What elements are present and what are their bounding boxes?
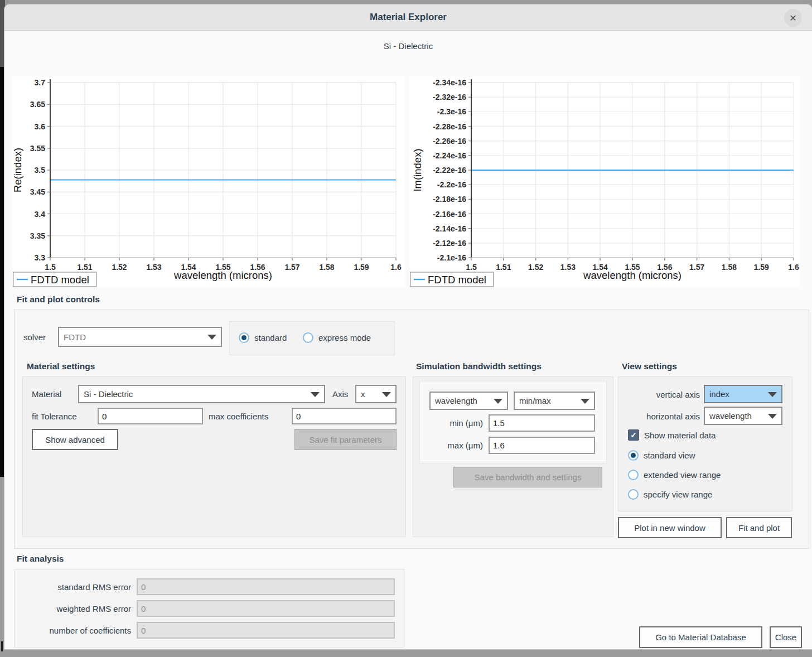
bandwidth-range-mode-dropdown[interactable]: min/max [514, 392, 595, 410]
svg-text:1.52: 1.52 [112, 263, 127, 272]
standard-rms-error-label: standard RMS error [14, 582, 131, 592]
bandwidth-range-mode-value: min/max [519, 396, 551, 405]
radio-extended-view-range[interactable]: extended view range [628, 470, 721, 480]
max-um-input[interactable]: 1.6 [489, 437, 595, 454]
axis-dropdown-value: x [361, 389, 365, 399]
fit-tolerance-input[interactable]: 0 [98, 408, 203, 424]
svg-text:Re(index): Re(index) [13, 148, 23, 192]
radio-standard[interactable]: standard [239, 332, 287, 343]
svg-text:3.4: 3.4 [35, 210, 46, 219]
save-bandwidth-button[interactable]: Save bandwidth and settings [453, 467, 602, 487]
axis-dropdown[interactable]: x [355, 385, 397, 403]
radio-express-mode-label: express mode [318, 333, 371, 342]
svg-text:1.59: 1.59 [354, 263, 369, 272]
close-button[interactable]: Close [770, 626, 802, 648]
material-label: Material [32, 389, 61, 399]
vertical-axis-dropdown[interactable]: index [704, 385, 782, 403]
weighted-rms-error-label: weighted RMS error [14, 604, 131, 613]
radio-express-mode[interactable]: express mode [303, 332, 371, 343]
plot-in-new-window-button[interactable]: Plot in new window [618, 517, 722, 538]
fit-and-plot-controls-header: Fit and plot controls [17, 294, 100, 305]
radio-icon [239, 332, 249, 343]
standard-rms-error-input: 0 [137, 578, 395, 595]
svg-text:3.3: 3.3 [35, 253, 46, 262]
svg-text:-2.32e-16: -2.32e-16 [433, 93, 466, 102]
svg-text:-2.28e-16: -2.28e-16 [433, 122, 466, 131]
max-um-label: max (μm) [429, 441, 483, 450]
svg-text:1.58: 1.58 [722, 263, 737, 272]
close-icon[interactable]: ✕ [784, 9, 802, 27]
svg-text:1.57: 1.57 [284, 263, 299, 272]
show-material-data-checkbox[interactable]: ✓ Show material data [628, 429, 716, 441]
svg-text:1.52: 1.52 [528, 263, 543, 272]
svg-text:-2.18e-16: -2.18e-16 [433, 195, 466, 204]
radio-extended-view-range-label: extended view range [644, 470, 721, 480]
radio-icon [628, 489, 639, 500]
radio-standard-view[interactable]: standard view [628, 450, 695, 461]
weighted-rms-error-input: 0 [137, 600, 395, 617]
solver-label: solver [23, 332, 46, 342]
bandwidth-quantity-value: wavelength [435, 396, 477, 405]
solver-dropdown[interactable]: FDTD [58, 327, 222, 347]
svg-text:-2.3e-16: -2.3e-16 [437, 107, 466, 116]
chevron-down-icon [494, 399, 502, 404]
bandwidth-settings-header: Simulation bandwidth settings [416, 361, 542, 371]
material-settings-header: Material settings [27, 361, 95, 371]
svg-text:-2.1e-16: -2.1e-16 [437, 253, 466, 262]
svg-text:3.5: 3.5 [35, 166, 46, 175]
svg-text:-2.26e-16: -2.26e-16 [433, 137, 466, 146]
svg-text:Im(index): Im(index) [412, 148, 423, 191]
radio-specify-view-range[interactable]: specify view range [628, 489, 712, 500]
show-material-data-label: Show material data [644, 431, 716, 440]
re-index-chart: 3.73.653.63.553.53.453.43.353.31.51.511.… [13, 76, 405, 287]
radio-icon [628, 450, 639, 461]
svg-text:-2.34e-16: -2.34e-16 [433, 78, 466, 87]
svg-text:wavelength (microns): wavelength (microns) [583, 269, 682, 281]
radio-icon [303, 332, 313, 343]
max-coefficients-label: max coefficients [209, 412, 268, 421]
svg-text:wavelength (microns): wavelength (microns) [173, 269, 272, 281]
horizontal-axis-dropdown[interactable]: wavelength [704, 407, 782, 425]
material-subtitle: Si - Dielectric [4, 41, 812, 51]
number-of-coefficients-input: 0 [137, 622, 395, 639]
svg-text:1.57: 1.57 [689, 263, 704, 272]
svg-text:1.5: 1.5 [45, 263, 56, 272]
svg-text:1.53: 1.53 [146, 263, 161, 272]
chevron-down-icon [207, 335, 216, 340]
fit-and-plot-button[interactable]: Fit and plot [726, 517, 792, 538]
svg-text:3.45: 3.45 [30, 187, 45, 196]
chevron-down-icon [581, 399, 589, 404]
radio-icon [628, 470, 639, 480]
max-coefficients-input[interactable]: 0 [292, 408, 397, 424]
svg-text:-2.16e-16: -2.16e-16 [433, 210, 466, 219]
svg-text:-2.2e-16: -2.2e-16 [437, 180, 466, 189]
svg-text:-2.12e-16: -2.12e-16 [433, 239, 466, 248]
svg-text:-2.14e-16: -2.14e-16 [433, 224, 466, 233]
svg-text:3.65: 3.65 [30, 100, 45, 109]
background-app-glyph [1, 641, 3, 651]
title-bar: Material Explorer [4, 4, 812, 31]
svg-text:1.53: 1.53 [560, 263, 576, 272]
fit-analysis-header: Fit analysis [17, 554, 64, 564]
re-index-chart-panel: 3.73.653.63.553.53.453.43.353.31.51.511.… [13, 76, 405, 287]
number-of-coefficients-label: number of coefficients [14, 626, 131, 635]
vertical-axis-value: index [709, 389, 729, 399]
chevron-down-icon [311, 392, 320, 397]
min-um-input[interactable]: 1.5 [489, 414, 595, 432]
svg-text:3.55: 3.55 [30, 144, 45, 153]
view-settings-header: View settings [622, 361, 677, 371]
svg-text:-2.22e-16: -2.22e-16 [433, 166, 466, 175]
save-fit-parameters-button[interactable]: Save fit parameters [294, 429, 397, 450]
bandwidth-quantity-dropdown[interactable]: wavelength [429, 392, 508, 410]
show-advanced-button[interactable]: Show advanced [32, 429, 118, 450]
checkbox-icon: ✓ [628, 429, 639, 441]
radio-specify-view-range-label: specify view range [644, 490, 712, 499]
fit-tolerance-label: fit Tolerance [32, 412, 77, 421]
material-dropdown[interactable]: Si - Dielectric [78, 385, 325, 403]
go-to-material-database-button[interactable]: Go to Material Database [639, 626, 762, 648]
chevron-down-icon [768, 414, 777, 419]
axis-label: Axis [332, 389, 348, 399]
window-title: Material Explorer [370, 12, 447, 23]
radio-standard-view-label: standard view [644, 451, 695, 460]
svg-text:-2.24e-16: -2.24e-16 [433, 151, 466, 160]
